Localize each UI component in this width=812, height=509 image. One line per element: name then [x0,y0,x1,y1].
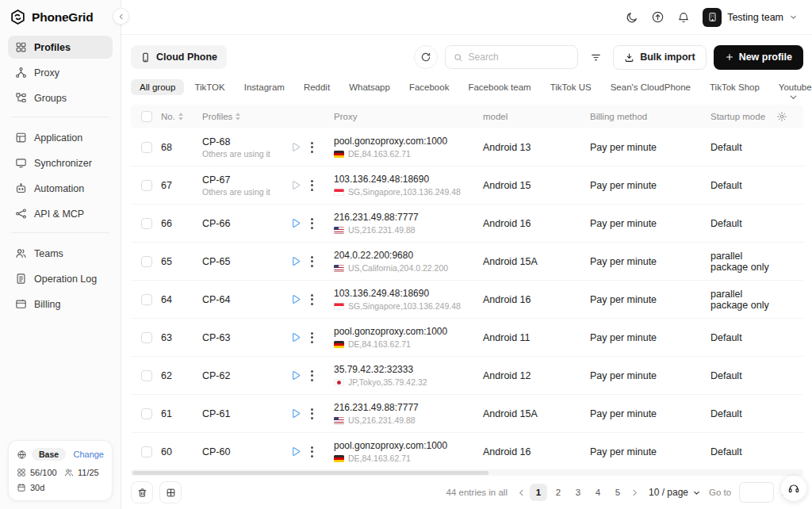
group-tab[interactable]: Instagram [236,79,293,95]
group-tab[interactable]: Facebook [400,79,458,95]
proxy-host: 103.136.249.48:18690 [334,288,483,299]
table-row: 63 CP-63 pool.gonzoproxy.com:1 [131,319,803,357]
start-profile-button[interactable] [289,369,301,381]
start-profile-button[interactable] [289,408,301,419]
row-checkbox[interactable] [141,218,152,229]
filter-button[interactable] [585,46,606,68]
row-checkbox[interactable] [141,256,152,267]
row-menu-button[interactable] [308,406,316,422]
toolbar: Cloud Phone Bulk import [131,44,803,70]
sidebar-item-application[interactable]: Application [8,126,113,149]
sidebar-item-operation-log[interactable]: Operation Log [8,267,113,290]
page-number-button[interactable]: 3 [569,484,587,501]
trash-icon [137,488,147,498]
prev-page-button[interactable] [515,487,527,499]
group-tab[interactable]: TikTOK [186,79,233,95]
column-settings-button[interactable] [776,111,803,122]
group-tab[interactable]: TikTok US [542,79,600,95]
sidebar-item-api-mcp[interactable]: API & MCP [8,202,113,225]
select-all-checkbox[interactable] [141,111,152,122]
group-tab[interactable]: Sean's CloudPhone [602,79,699,95]
page-number-button[interactable]: 4 [589,484,607,501]
row-checkbox[interactable] [141,370,152,381]
row-menu-button[interactable] [308,292,316,308]
delete-button[interactable] [131,481,153,503]
row-checkbox[interactable] [141,142,152,153]
row-menu-button[interactable] [308,140,316,155]
import-icon [624,52,634,63]
page-size-select[interactable]: 10 / page [649,487,701,498]
start-profile-button[interactable] [289,141,301,153]
group-tab[interactable]: TikTok Shop [701,79,768,95]
cloud-phone-view-button[interactable]: Cloud Phone [131,45,227,69]
table-footer: 44 entries in all 1 2 3 4 [131,476,803,509]
bulk-import-label: Bulk import [640,52,695,63]
bulk-import-button[interactable]: Bulk import [613,45,706,70]
search-field[interactable] [445,45,578,69]
row-menu-button[interactable] [308,178,316,193]
sidebar-item-teams[interactable]: Teams [8,242,113,265]
sidebar-item-groups[interactable]: Groups [8,86,113,109]
row-menu-button[interactable] [308,330,316,346]
start-profile-button[interactable] [289,446,301,457]
theme-toggle-button[interactable] [626,11,638,24]
row-checkbox[interactable] [141,294,152,305]
column-no-label: No. [161,112,175,121]
sidebar-item-automation[interactable]: Automation [8,177,113,200]
start-profile-button[interactable] [289,293,301,305]
page-number-button[interactable]: 2 [550,484,567,501]
refresh-button[interactable] [414,45,438,69]
next-page-button[interactable] [629,487,641,499]
new-profile-button[interactable]: New profile [714,45,803,70]
plan-change-link[interactable]: Change [73,450,104,459]
row-checkbox[interactable] [141,180,152,191]
row-checkbox[interactable] [141,408,152,419]
page-number-button[interactable]: 1 [530,484,547,501]
column-no[interactable]: No. [161,112,202,121]
row-checkbox[interactable] [141,446,152,457]
document-log-icon [15,273,27,285]
column-profiles[interactable]: Profiles [202,112,289,121]
profiles-table: No. Profiles Proxy model Billing method … [131,105,803,468]
row-menu-button[interactable] [308,216,316,232]
support-button[interactable] [781,476,806,501]
sidebar-item-profiles[interactable]: Profiles [8,36,113,59]
row-no: 65 [161,256,202,267]
notifications-button[interactable] [677,11,690,24]
goto-page-input[interactable] [739,482,774,503]
start-profile-button[interactable] [289,255,301,267]
layout-grid-button[interactable] [159,481,182,503]
row-no: 62 [161,370,202,381]
plan-duration-value: 30d [30,483,44,492]
tabs-expand-button[interactable] [786,90,801,105]
play-icon [289,369,301,381]
search-input[interactable] [469,52,570,63]
scrollbar-thumb[interactable] [132,471,488,475]
plan-duration: 30d [17,483,64,492]
sidebar-collapse-button[interactable] [113,8,129,25]
row-menu-button[interactable] [308,444,316,460]
group-tab[interactable]: Facebook team [459,79,539,95]
profile-note: Others are using it [202,187,289,197]
play-icon [289,408,301,419]
start-profile-button[interactable] [289,217,301,229]
horizontal-scrollbar[interactable] [131,469,803,476]
page-number-button[interactable]: 5 [609,484,626,501]
sidebar-item-proxy[interactable]: Proxy [8,61,113,84]
sidebar-item-label: Proxy [34,67,59,78]
device-model: Android 15A [483,256,590,267]
row-menu-button[interactable] [308,254,316,270]
row-menu-button[interactable] [308,368,316,384]
group-tab[interactable]: Whatsapp [340,79,399,95]
table-row: 68 CP-68 Others are using it po [131,128,803,166]
group-tab[interactable]: All group [131,79,184,95]
search-icon [454,52,462,63]
row-checkbox[interactable] [141,332,152,343]
sidebar-item-billing[interactable]: Billing [8,293,113,316]
team-switcher[interactable]: Testing team [703,8,798,27]
start-profile-button[interactable] [289,179,301,191]
upgrade-button[interactable] [651,10,665,24]
group-tab[interactable]: Reddit [295,79,339,95]
sidebar-item-synchronizer[interactable]: Synchronizer [8,151,113,174]
start-profile-button[interactable] [289,331,301,343]
